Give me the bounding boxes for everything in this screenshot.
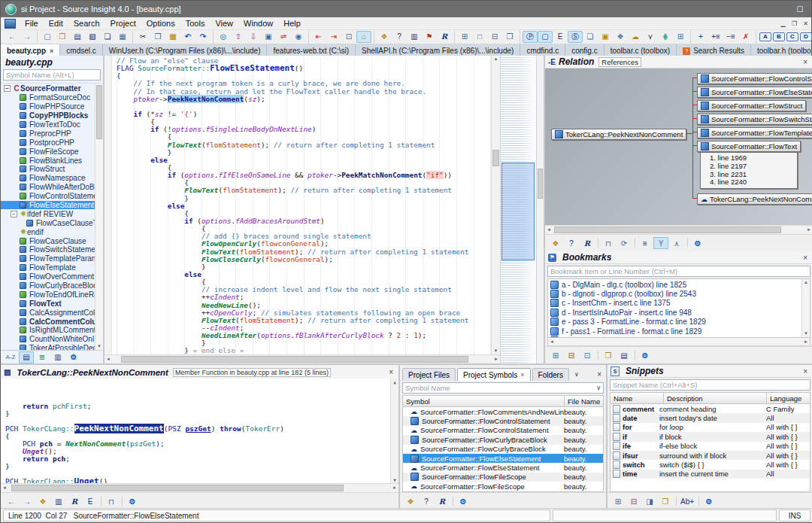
next-link-icon[interactable]: ⇥ bbox=[326, 31, 341, 43]
symbol-tree-item[interactable]: FlowBlankLines bbox=[1, 156, 95, 165]
contents-icon[interactable]: ▥ bbox=[50, 351, 65, 363]
snippet-properties-icon[interactable]: ❒ bbox=[658, 495, 673, 507]
project-symbol-row[interactable]: ☁SourceFormatter::FlowControlStatementbe… bbox=[403, 426, 603, 435]
maximize-button[interactable]: ☐ bbox=[789, 1, 811, 17]
symbol-tree-item[interactable]: FlowPHPSource bbox=[1, 102, 95, 111]
cloud-sync-icon[interactable]: ☁ bbox=[628, 31, 643, 43]
menu-item-window[interactable]: Window bbox=[238, 17, 278, 29]
relation-node[interactable]: ☁TokerCLang::PeekNextNonComment bbox=[697, 193, 812, 205]
editor-vertical-scrollbar[interactable]: ▲ ▼ bbox=[491, 56, 500, 354]
project-symbol-row[interactable]: SourceFormatter::FlowElseStatementbeauty… bbox=[403, 454, 603, 463]
mdi-close-button[interactable]: ✕ bbox=[800, 20, 811, 27]
contents-icon[interactable]: ▥ bbox=[407, 31, 422, 43]
symbol-tree-item[interactable]: IsRightMLComment bbox=[1, 326, 95, 335]
relation-root-node[interactable]: TokerCLang::PeekNextNonComment bbox=[551, 129, 686, 140]
collapse-icon[interactable]: − bbox=[4, 85, 11, 92]
open-icon[interactable]: ❒ bbox=[601, 349, 616, 361]
cascade-windows-icon[interactable]: ❐ bbox=[502, 31, 517, 43]
bookmarks-horizontal-scrollbar[interactable]: ◄► bbox=[547, 338, 810, 346]
search-backward-icon[interactable]: ⇧ bbox=[231, 31, 246, 43]
symbol-tree-item[interactable]: TokerAtPossibleDec bbox=[1, 344, 95, 350]
lock-icon[interactable]: ⊓ bbox=[104, 495, 119, 507]
contents-icon[interactable]: ▥ bbox=[51, 495, 66, 507]
collapse-icon[interactable]: − bbox=[11, 211, 17, 217]
bookmark-item[interactable]: e - pass 3 - FormatLine - format.c line … bbox=[548, 318, 802, 327]
menu-item-project[interactable]: Project bbox=[105, 17, 141, 29]
cut-icon[interactable]: ✂ bbox=[135, 31, 150, 43]
outdent-icon[interactable]: −≡ bbox=[723, 31, 738, 43]
back-icon[interactable]: ← bbox=[4, 495, 19, 507]
new-snippet-icon[interactable]: ⊞ bbox=[611, 495, 626, 507]
reference-icon[interactable]: R bbox=[435, 495, 450, 507]
snippet-row[interactable]: ifif blockAll with { } bbox=[611, 432, 810, 441]
rename-snippet-icon[interactable]: Ab+ bbox=[679, 495, 695, 507]
goto-line-icon[interactable]: ⊡ bbox=[341, 31, 356, 43]
close-icon[interactable]: × bbox=[801, 58, 810, 66]
scroll-right-icon[interactable]: ► bbox=[492, 355, 500, 363]
project-tab-folders[interactable]: Folders bbox=[532, 368, 569, 381]
sidebar-scrollbar[interactable]: ▼ bbox=[95, 84, 103, 350]
settings-gear-icon[interactable]: ⚙ bbox=[66, 351, 81, 363]
overview-minimap[interactable] bbox=[500, 56, 544, 363]
symbol-tree-item[interactable]: FlowOverComment bbox=[1, 272, 95, 281]
snippet-row[interactable]: switchswitch ($i$) { }All with { } bbox=[611, 460, 810, 469]
symbol-tree-item[interactable]: FlowCaseClauseT bbox=[1, 218, 95, 227]
copy-icon[interactable]: ❐ bbox=[150, 31, 165, 43]
snippet-row[interactable]: ifsursurround with if blockAll with { } bbox=[611, 451, 810, 460]
minimap-scrollbar[interactable] bbox=[536, 56, 544, 363]
browse-symbols-icon[interactable]: ❖ bbox=[377, 31, 392, 43]
scroll-up-icon[interactable]: ▲ bbox=[492, 56, 500, 62]
symbol-info-icon[interactable]: ❖ bbox=[403, 495, 418, 507]
project-symbol-row[interactable]: SourceFormatter::FlowFileScopebeauty. bbox=[403, 473, 603, 482]
symbol-tree-item[interactable]: FlowToEndOfLineRa bbox=[1, 290, 95, 299]
delete-snippet-icon[interactable]: ⊟ bbox=[626, 495, 641, 507]
symbol-lookup-icon[interactable]: ? bbox=[392, 31, 407, 43]
undo-icon[interactable]: ↶ bbox=[180, 31, 195, 43]
split-window-icon[interactable]: ⊟ bbox=[487, 31, 502, 43]
symbol-tree-item[interactable]: ❋endif bbox=[1, 227, 95, 236]
symbol-tree-item[interactable]: FlowElseStatement bbox=[1, 201, 95, 210]
bookmark-item[interactable]: d - InsertIsInAutoPair - insert.c line 9… bbox=[548, 308, 802, 317]
replace-icon[interactable]: ⇌ bbox=[276, 31, 291, 43]
context-vertical-scrollbar[interactable]: ▲ ▼ bbox=[390, 379, 398, 483]
search-files-icon[interactable]: ▣ bbox=[261, 31, 276, 43]
column-header-symbol[interactable]: Symbol bbox=[403, 397, 564, 406]
context-window-icon[interactable]: ❏ bbox=[583, 31, 598, 43]
forward-icon[interactable]: → bbox=[20, 31, 35, 43]
reference-lookup-icon[interactable]: R bbox=[437, 31, 452, 43]
symbol-tree-item[interactable]: PostprocPHP bbox=[1, 138, 95, 147]
menu-item-view[interactable]: View bbox=[210, 17, 238, 29]
indent-icon[interactable]: +≡ bbox=[708, 31, 723, 43]
menu-item-tools[interactable]: Tools bbox=[180, 17, 211, 29]
symbol-tree-item[interactable]: FlowControlStateme bbox=[1, 192, 95, 201]
project-symbol-row[interactable]: ☁SourceFormatter::FlowCurlyBraceBlockbea… bbox=[403, 445, 603, 454]
reference-line-item[interactable]: 4. line 2240 bbox=[710, 178, 792, 187]
paste-icon[interactable]: ▩ bbox=[165, 31, 180, 43]
scroll-left-icon[interactable]: ◄ bbox=[545, 226, 553, 234]
snippet-row[interactable]: dateinsert today's dateAll bbox=[611, 413, 810, 422]
new-bookmark-icon[interactable]: ⊞ bbox=[548, 349, 563, 361]
list-view-icon[interactable]: ▤ bbox=[19, 351, 34, 363]
relation-node[interactable]: SourceFormatter::FlowControlStatemen bbox=[697, 73, 812, 84]
scroll-down-icon[interactable]: ▼ bbox=[95, 343, 103, 350]
relation-node[interactable]: SourceFormatter::FlowTemplate bbox=[697, 127, 812, 138]
context-code-area[interactable]: ▲ ▼ return pchFirst;} PCH TokerCLang::Pe… bbox=[1, 379, 398, 483]
new-file-icon[interactable]: ▢ bbox=[40, 31, 55, 43]
project-symbol-row[interactable]: SourceFormatter::FlowControlStatementbea… bbox=[403, 416, 603, 425]
relation-graph[interactable]: SourceFormatter::FlowControlStatemenSour… bbox=[545, 68, 812, 225]
delete-bookmark-icon[interactable]: ⊟ bbox=[564, 349, 579, 361]
column-header-name[interactable]: Name bbox=[611, 394, 663, 403]
snippet-row[interactable]: commentcomment headingC Family bbox=[611, 404, 810, 413]
relation-node[interactable]: SourceFormatter::FlowElseStatement bbox=[697, 87, 812, 98]
settings-gear-icon[interactable]: ⚙ bbox=[456, 495, 471, 507]
symbol-tree-item[interactable]: FlowCurlyBraceBloc bbox=[1, 281, 95, 290]
search-forward-icon[interactable]: ⇩ bbox=[246, 31, 261, 43]
favorites-icon[interactable]: ⋎ bbox=[643, 31, 658, 43]
bookmark-item[interactable]: f - pass1 - FormatLine - format.c line 1… bbox=[548, 327, 802, 336]
symbol-tree-item[interactable]: FlowTemplate bbox=[1, 263, 95, 272]
group-view-icon[interactable]: ≣ bbox=[35, 351, 50, 363]
project-symbol-row[interactable]: ☁SourceFormatter::FlowFileScopebeauty. bbox=[403, 482, 603, 491]
symbol-tree-item[interactable]: CopyPHPBlocks bbox=[1, 111, 95, 120]
snippet-row[interactable]: forfor loopAll with { } bbox=[611, 423, 810, 432]
column-header-description[interactable]: Description bbox=[663, 393, 766, 403]
